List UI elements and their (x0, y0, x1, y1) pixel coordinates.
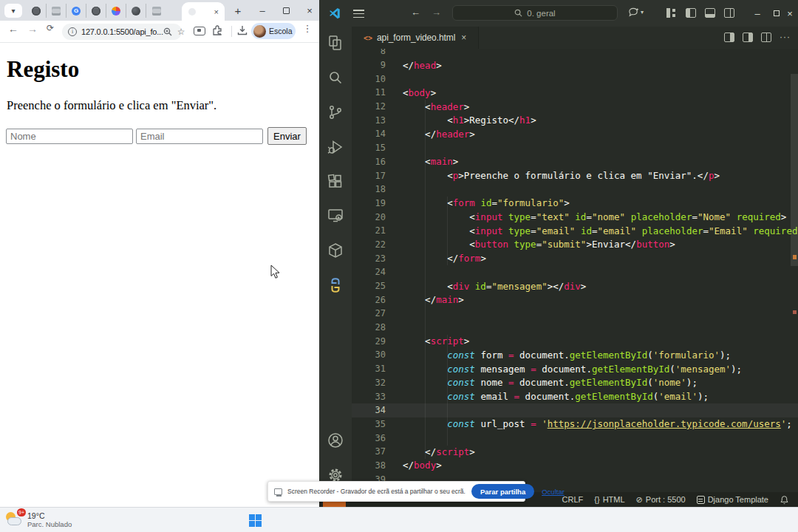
extensions-puzzle-icon[interactable] (211, 24, 223, 36)
forward-icon[interactable]: → (25, 23, 40, 35)
toggle-panel-icon[interactable] (705, 8, 715, 18)
search-icon[interactable] (327, 69, 344, 86)
name-input[interactable] (6, 129, 133, 144)
code-line-12[interactable]: 12 <header> (352, 100, 798, 114)
containers-icon[interactable] (327, 242, 344, 259)
media-control-icon[interactable] (194, 27, 205, 35)
code-line-14[interactable]: 14 </header> (352, 127, 798, 141)
code-line-38[interactable]: 38</body> (352, 459, 798, 473)
port-indicator[interactable]: ⊘Port : 5500 (636, 495, 686, 505)
code-line-9[interactable]: 9</head> (352, 58, 798, 72)
code-line-24[interactable]: 24 (352, 265, 798, 279)
code-line-34[interactable]: 34 (352, 403, 798, 417)
vscode-close-button[interactable]: × (780, 0, 798, 27)
toggle-sidebar-icon[interactable] (686, 8, 696, 18)
code-editor[interactable]: 89</head>1011<body>12 <header>13 <h1>Reg… (352, 49, 798, 492)
code-line-29[interactable]: 29 <script> (352, 334, 798, 348)
extensions-icon[interactable] (327, 173, 344, 191)
code-line-23[interactable]: 23 </form> (352, 251, 798, 265)
customize-layout-icon[interactable] (666, 8, 677, 18)
code-line-22[interactable]: 22 <button type="submit">Enviar</button> (352, 238, 798, 252)
address-bar[interactable]: i 127.0.0.1:5500/api_fo... ☆ (62, 24, 182, 40)
code-line-27[interactable]: 27 (352, 307, 798, 321)
code-line-13[interactable]: 13 <h1>Registo</h1> (352, 113, 798, 127)
open-changes-icon[interactable] (743, 33, 753, 42)
code-line-30[interactable]: 30 const form = document.getElementById(… (352, 348, 798, 362)
accounts-icon[interactable] (327, 432, 344, 449)
split-columns-icon[interactable] (761, 33, 771, 42)
template-language-indicator[interactable]: Django Template (697, 495, 768, 504)
code-line-33[interactable]: 33 const email = document.getElementById… (352, 389, 798, 403)
tab-close-icon[interactable]: × (461, 33, 466, 43)
code-line-32[interactable]: 32 const nome = document.getElementById(… (352, 376, 798, 390)
eol-indicator[interactable]: CRLF (562, 495, 584, 504)
remote-explorer-icon[interactable] (327, 207, 344, 225)
download-icon[interactable] (236, 24, 248, 36)
browser-menu-icon[interactable]: ⋮ (301, 23, 313, 34)
new-tab-button[interactable]: + (231, 2, 245, 18)
code-line-28[interactable]: 28 (352, 321, 798, 335)
tab-close-icon[interactable]: × (214, 7, 219, 16)
code-line-17[interactable]: 17 <p>Preenche o formulário e clica em "… (352, 168, 798, 183)
active-tab[interactable]: × (182, 2, 225, 21)
editor-actions-more-icon[interactable]: ··· (780, 32, 791, 42)
site-favicon-icon (52, 7, 61, 16)
run-and-debug-icon[interactable] (327, 138, 344, 156)
pinned-tab-4[interactable] (86, 4, 106, 18)
pinned-tab-7[interactable] (146, 4, 166, 18)
browser-minimize-button[interactable]: – (251, 0, 273, 21)
code-line-8[interactable]: 8 (352, 49, 798, 58)
code-line-15[interactable]: 15 (352, 141, 798, 155)
editor-scrollbar[interactable] (791, 74, 798, 266)
split-editor-icon[interactable] (724, 33, 734, 42)
zoom-icon[interactable] (163, 27, 172, 36)
profile-chip[interactable]: Escola (251, 23, 296, 39)
explorer-icon[interactable] (327, 34, 344, 52)
menu-icon[interactable] (353, 10, 364, 20)
hide-toast-link[interactable]: Ocultar (542, 488, 565, 496)
reload-icon[interactable]: ⟳ (43, 23, 58, 33)
code-line-21[interactable]: 21 <input type="email" id="email" placeh… (352, 224, 798, 238)
code-line-25[interactable]: 25 <div id="mensagem"></div> (352, 279, 798, 293)
vscode-back-icon[interactable]: ← (411, 7, 420, 18)
editor-tab[interactable]: <> api_form_video.html × (352, 27, 479, 49)
code-line-18[interactable]: 18 (352, 183, 798, 197)
email-input[interactable] (136, 129, 263, 144)
submit-button[interactable]: Enviar (267, 127, 307, 145)
pinned-tab-6[interactable] (126, 4, 146, 18)
source-control-icon[interactable] (327, 103, 344, 121)
code-line-31[interactable]: 31 const mensagem = document.getElementB… (352, 362, 798, 376)
code-line-35[interactable]: 35 const url_post = 'https://jsonplaceho… (352, 417, 798, 432)
code-line-20[interactable]: 20 <input type="text" id="nome" placehol… (352, 210, 798, 224)
language-indicator[interactable]: {}HTML (594, 495, 624, 504)
weather-widget[interactable]: 9+ 19°C Parc. Nublado (4, 510, 72, 529)
vscode-minimize-button[interactable]: – (748, 0, 767, 27)
code-line-19[interactable]: 19 <form id="formulario"> (352, 197, 798, 211)
cast-icon (274, 488, 282, 495)
code-line-11[interactable]: 11<body> (352, 86, 798, 100)
browser-maximize-button[interactable] (275, 0, 297, 21)
back-icon[interactable]: ← (6, 23, 21, 35)
site-info-icon[interactable]: i (68, 27, 77, 36)
notifications-bell-icon[interactable] (780, 495, 789, 505)
bookmark-star-icon[interactable]: ☆ (177, 27, 185, 37)
pinned-tab-2[interactable] (47, 4, 66, 18)
pinned-tab-1[interactable] (27, 4, 47, 18)
code-line-10[interactable]: 10 (352, 72, 798, 86)
code-line-36[interactable]: 36 (352, 431, 798, 445)
stop-sharing-button[interactable]: Parar partilha (471, 484, 534, 499)
vscode-forward-icon[interactable]: → (432, 7, 441, 18)
code-line-16[interactable]: 16 <main> (352, 155, 798, 169)
code-line-26[interactable]: 26 </main> (352, 293, 798, 307)
copilot-button[interactable]: ▾ (628, 7, 644, 18)
tab-search-button[interactable]: ▾ (4, 4, 22, 18)
pinned-tab-3[interactable]: G (66, 4, 86, 18)
url-text[interactable]: 127.0.0.1:5500/api_fo... (81, 27, 163, 36)
python-icon[interactable] (327, 276, 344, 294)
browser-close-button[interactable]: × (299, 0, 321, 21)
start-button[interactable] (249, 514, 262, 527)
pinned-tab-5[interactable] (106, 4, 126, 18)
command-center-search[interactable]: 0. geral (452, 5, 618, 21)
toggle-secondary-sidebar-icon[interactable] (724, 8, 734, 18)
code-line-37[interactable]: 37 </script> (352, 445, 798, 459)
